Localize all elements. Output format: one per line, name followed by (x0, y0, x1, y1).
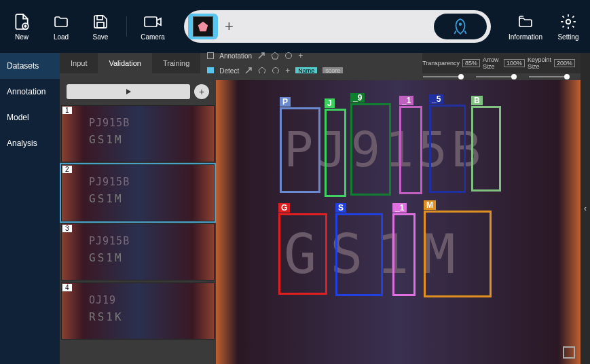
leftnav-annotation[interactable]: Annotation (0, 79, 60, 105)
detection-box[interactable]: M (424, 211, 492, 297)
camera-button[interactable]: Camera (139, 13, 166, 41)
save-icon (91, 13, 110, 31)
thumbnail[interactable]: OJ19RS1K (61, 283, 215, 340)
add-tool-icon[interactable]: + (298, 51, 303, 60)
load-label: Load (54, 33, 69, 41)
detection-label: P (280, 97, 291, 107)
workspace: Input Validation Training Annotation + D… (60, 53, 580, 364)
new-label: New (15, 33, 29, 41)
transparency-value[interactable]: 85% (462, 59, 480, 67)
active-shape-button[interactable] (188, 14, 218, 39)
detection-label: G (278, 203, 290, 213)
circle-tool-icon[interactable] (284, 52, 293, 60)
keypoint-size-value[interactable]: 200% (554, 59, 575, 67)
svg-rect-3 (145, 17, 157, 26)
detection-box[interactable]: _9 (350, 103, 391, 196)
leftnav-datasets[interactable]: Datasets (0, 53, 60, 79)
information-button[interactable]: Information (509, 13, 542, 41)
pentagon-tool-icon[interactable] (271, 52, 279, 60)
svg-point-5 (459, 23, 462, 26)
play-row: + (60, 80, 216, 103)
view-controls: Transparency 85% Arrow Size 100% Keypoin… (422, 53, 580, 73)
detection-box[interactable]: G (278, 213, 327, 295)
play-icon (125, 88, 132, 95)
camera-icon (143, 13, 162, 31)
canvas-header: Annotation + Detect + Name score (200, 53, 422, 73)
gear-icon (559, 13, 578, 31)
tab-validation[interactable]: Validation (98, 53, 152, 73)
add-shape-button[interactable]: + (225, 18, 234, 35)
toolbar-divider (126, 16, 127, 37)
svg-marker-4 (198, 22, 208, 31)
detection-label: _1 (399, 96, 413, 105)
collapse-right-panel[interactable]: ‹ (580, 53, 590, 364)
arrow-size-label: Arrow Size (483, 56, 501, 70)
launch-button[interactable] (434, 14, 487, 39)
thumbnail[interactable]: PJ915BGS1M (61, 223, 215, 280)
pentagon-icon (193, 16, 213, 37)
transparency-label: Transparency (422, 60, 460, 67)
detection-label: _9 (350, 93, 365, 103)
shape-selector-bar: + (184, 10, 491, 43)
camera-label: Camera (141, 33, 165, 41)
svg-marker-11 (126, 89, 131, 94)
rocket-icon (451, 18, 469, 35)
arrow-icon[interactable] (257, 52, 265, 60)
thumbnail[interactable]: PJ915BGS1M (61, 105, 215, 162)
play-button[interactable] (67, 84, 190, 99)
svg-rect-1 (97, 16, 103, 20)
work-area: + PJ915BGS1MPJ915BGS1MPJ915BGS1MOJ19RS1K… (60, 80, 580, 364)
detection-box[interactable]: B (471, 106, 501, 192)
leftnav-model[interactable]: Model (0, 105, 60, 130)
dataset-tabs: Input Validation Training Annotation + D… (60, 53, 580, 73)
detection-box[interactable]: _1 (392, 213, 416, 296)
detection-label: J (325, 98, 335, 108)
tab-input[interactable]: Input (60, 53, 98, 73)
save-button[interactable]: Save (87, 13, 114, 41)
detection-box[interactable]: J (325, 109, 346, 197)
svg-point-6 (566, 19, 571, 24)
detection-box[interactable]: S (335, 213, 383, 296)
information-icon (516, 13, 535, 31)
load-button[interactable]: Load (48, 13, 75, 41)
annotation-canvas[interactable]: PJ915B GS1M PJ_9_1_5BGS_1M (216, 80, 580, 364)
leftnav-analysis[interactable]: Analysis (0, 130, 60, 156)
detection-label: S (335, 203, 346, 213)
detection-box[interactable]: _1 (399, 106, 422, 194)
slider-row (60, 73, 580, 80)
svg-marker-7 (272, 52, 278, 59)
svg-point-8 (286, 53, 292, 59)
arrow-size-value[interactable]: 100% (504, 59, 525, 67)
transparency-slider[interactable] (423, 76, 464, 77)
detection-label: _1 (392, 203, 407, 213)
setting-label: Setting (557, 33, 578, 41)
new-file-icon (12, 13, 31, 31)
keypoint-size-label: Keypoint Size (528, 56, 551, 70)
arrow-size-slider[interactable] (476, 76, 517, 77)
main-body: Datasets Annotation Model Analysis Input… (0, 53, 590, 364)
detection-label: _5 (429, 94, 443, 104)
detection-label: B (471, 96, 483, 105)
svg-rect-2 (97, 22, 104, 28)
canvas-corner-handle[interactable] (563, 346, 575, 359)
keypoint-size-slider[interactable] (529, 76, 570, 77)
annotation-label: Annotation (219, 52, 252, 60)
detection-label: M (424, 200, 436, 210)
tab-training[interactable]: Training (152, 53, 200, 73)
detection-box[interactable]: P (280, 107, 320, 193)
setting-button[interactable]: Setting (555, 13, 582, 41)
thumbnail[interactable]: PJ915BGS1M (61, 164, 215, 221)
new-button[interactable]: New (8, 13, 35, 41)
top-toolbar: New Load Save Camera + I (0, 0, 590, 53)
add-image-button[interactable]: + (194, 84, 209, 99)
information-label: Information (509, 33, 542, 41)
save-label: Save (93, 33, 109, 41)
annotation-checkbox[interactable] (207, 52, 214, 59)
folder-icon (52, 13, 71, 31)
detection-box[interactable]: _5 (429, 105, 466, 193)
thumbnail-strip: + PJ915BGS1MPJ915BGS1MPJ915BGS1MOJ19RS1K (60, 80, 216, 364)
left-nav: Datasets Annotation Model Analysis (0, 53, 60, 364)
